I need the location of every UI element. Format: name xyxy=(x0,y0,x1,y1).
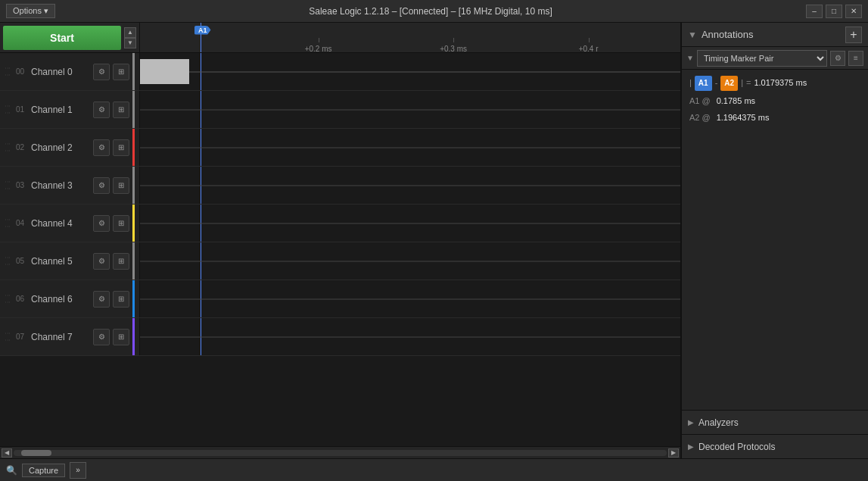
channel-add-3[interactable]: ⊞ xyxy=(113,177,129,194)
scroll-left-arrow[interactable]: ◀ xyxy=(2,448,12,458)
signal-line-ch7 xyxy=(140,336,680,337)
channel-num-2: 02 xyxy=(16,143,28,151)
drag-handle-4: ⋮⋮ xyxy=(5,217,11,230)
channel-settings-3[interactable]: ⚙ xyxy=(93,177,110,194)
scroll-right-arrow[interactable]: ▶ xyxy=(668,448,679,458)
channel-num-0: 00 xyxy=(16,67,28,76)
channel-row-3: ⋮⋮ 03 Channel 3 ⚙ ⊞ xyxy=(0,167,680,205)
channel-name-6: Channel 6 xyxy=(31,294,90,305)
drag-handle-0: ⋮⋮ xyxy=(5,65,11,79)
channel-num-4: 04 xyxy=(16,219,28,227)
annotations-arrow-icon: ▼ xyxy=(688,30,697,40)
horizontal-scrollbar[interactable]: ◀ ▶ xyxy=(0,446,680,458)
marker-a1-badge: A1 xyxy=(695,76,712,91)
marker-diff-value: 1.0179375 ms xyxy=(754,76,807,91)
scroll-track[interactable] xyxy=(14,450,667,456)
channel-add-2[interactable]: ⊞ xyxy=(113,139,129,156)
left-panel: Start ▲ ▼ A1 +0.2 ms +0.3 ms +0.4 r xyxy=(0,23,681,458)
dash-separator: - xyxy=(715,76,718,91)
decoded-protocols-label: Decoded Protocols xyxy=(698,442,775,452)
channel-label-1: ⋮⋮ 01 Channel 1 ⚙ ⊞ xyxy=(0,91,140,128)
channel-add-6[interactable]: ⊞ xyxy=(113,291,129,308)
channel-color-bar-7 xyxy=(132,318,135,355)
timing-marker-extra[interactable]: ≡ xyxy=(848,51,863,66)
channel-num-7: 07 xyxy=(16,333,28,341)
channel-color-bar-3 xyxy=(132,167,135,204)
add-annotation-button[interactable]: + xyxy=(845,27,862,43)
channel-row-0: ⋮⋮ 00 Channel 0 ⚙ ⊞ xyxy=(0,53,680,91)
scroll-up-arrow[interactable]: ▲ xyxy=(124,27,136,38)
maximize-button[interactable]: □ xyxy=(826,5,842,18)
channel-add-5[interactable]: ⊞ xyxy=(113,253,129,270)
channel-name-5: Channel 5 xyxy=(31,256,90,267)
right-spacer xyxy=(682,132,868,410)
channel-label-6: ⋮⋮ 06 Channel 6 ⚙ ⊞ xyxy=(0,280,140,317)
search-icon: 🔍 xyxy=(6,465,17,476)
marker-a2-time-row: A2 @ 1.1964375 ms xyxy=(689,111,860,126)
bottom-bar: 🔍 Capture » xyxy=(0,458,868,481)
channel-num-5: 05 xyxy=(16,257,28,265)
drag-handle-5: ⋮⋮ xyxy=(5,255,11,268)
channel-waveform-7 xyxy=(140,318,680,355)
channel-settings-0[interactable]: ⚙ xyxy=(93,64,110,80)
channel-settings-7[interactable]: ⚙ xyxy=(93,329,110,345)
annotations-title: Annotations xyxy=(702,29,754,40)
signal-line-ch4 xyxy=(140,223,680,223)
capture-button[interactable]: Capture xyxy=(22,464,65,477)
channel-name-0: Channel 0 xyxy=(31,67,90,77)
timing-marker-settings[interactable]: ⚙ xyxy=(830,51,845,66)
channel-waveform-2 xyxy=(140,129,680,166)
channel-waveform-3 xyxy=(140,167,680,204)
signal-line-ch1 xyxy=(140,109,680,110)
scroll-thumb[interactable] xyxy=(21,450,51,456)
channel-row-7: ⋮⋮ 07 Channel 7 ⚙ ⊞ xyxy=(0,318,680,356)
channel-color-bar-5 xyxy=(132,242,135,280)
right-panel: ▼ Annotations + ▼ Timing Marker Pair ⚙ ≡… xyxy=(681,23,868,458)
channel-settings-6[interactable]: ⚙ xyxy=(93,291,110,308)
marker-info-panel: | A1 - A2 | = 1.0179375 ms A1 @ 0.1785 m… xyxy=(682,70,868,132)
channel-settings-5[interactable]: ⚙ xyxy=(93,253,110,270)
minimize-button[interactable]: – xyxy=(806,5,823,18)
close-button[interactable]: ✕ xyxy=(845,5,862,18)
timing-marker-select[interactable]: Timing Marker Pair xyxy=(697,50,827,67)
channel-label-3: ⋮⋮ 03 Channel 3 ⚙ ⊞ xyxy=(0,167,140,204)
marker-a1-flag[interactable]: A1 xyxy=(194,26,211,35)
channel-name-7: Channel 7 xyxy=(31,332,90,342)
channel-row-2: ⋮⋮ 02 Channel 2 ⚙ ⊞ xyxy=(0,129,680,167)
timeline-header: Start ▲ ▼ A1 +0.2 ms +0.3 ms +0.4 r xyxy=(0,23,680,53)
analyzers-section[interactable]: ▶ Analyzers xyxy=(682,410,868,434)
drag-handle-2: ⋮⋮ xyxy=(5,141,11,155)
channel-add-7[interactable]: ⊞ xyxy=(113,329,129,345)
channel-label-4: ⋮⋮ 04 Channel 4 ⚙ ⊞ xyxy=(0,205,140,242)
analyzers-arrow-icon: ▶ xyxy=(688,418,694,426)
nav-arrow-button[interactable]: » xyxy=(70,462,86,479)
channel-row-1: ⋮⋮ 01 Channel 1 ⚙ ⊞ xyxy=(0,91,680,129)
marker-diff-row: | A1 - A2 | = 1.0179375 ms xyxy=(689,76,860,91)
channel-add-0[interactable]: ⊞ xyxy=(113,64,129,80)
analyzers-label: Analyzers xyxy=(698,417,739,428)
channel-settings-4[interactable]: ⚙ xyxy=(93,215,110,232)
annotations-header: ▼ Annotations + xyxy=(682,23,868,47)
channel-color-bar-4 xyxy=(132,205,135,242)
decoded-protocols-section[interactable]: ▶ Decoded Protocols xyxy=(682,434,868,458)
channel-add-1[interactable]: ⊞ xyxy=(113,102,129,118)
channel-waveform-1 xyxy=(140,91,680,128)
channel-add-4[interactable]: ⊞ xyxy=(113,215,129,232)
channel-settings-1[interactable]: ⚙ xyxy=(93,102,110,118)
scroll-down-arrow[interactable]: ▼ xyxy=(124,38,136,48)
signal-line-ch6 xyxy=(140,298,680,299)
main-area: Start ▲ ▼ A1 +0.2 ms +0.3 ms +0.4 r xyxy=(0,23,868,458)
channel-name-4: Channel 4 xyxy=(31,218,90,229)
ruler-mark-04: +0.4 r xyxy=(579,45,599,53)
a1-at-label: A1 @ xyxy=(689,94,711,109)
start-button[interactable]: Start xyxy=(3,26,121,50)
channels-container: ⋮⋮ 00 Channel 0 ⚙ ⊞ xyxy=(0,53,680,446)
channel-label-0: ⋮⋮ 00 Channel 0 ⚙ ⊞ xyxy=(0,53,140,90)
annotations-title-container: ▼ Annotations xyxy=(688,29,754,40)
options-button[interactable]: Options ▾ xyxy=(6,4,55,18)
channel-settings-2[interactable]: ⚙ xyxy=(93,139,110,156)
timing-marker-row: ▼ Timing Marker Pair ⚙ ≡ xyxy=(682,47,868,70)
signal-line-ch3 xyxy=(140,185,680,186)
pipe-separator: | xyxy=(689,76,692,91)
title-bar: Options ▾ Saleae Logic 1.2.18 – [Connect… xyxy=(0,0,868,23)
